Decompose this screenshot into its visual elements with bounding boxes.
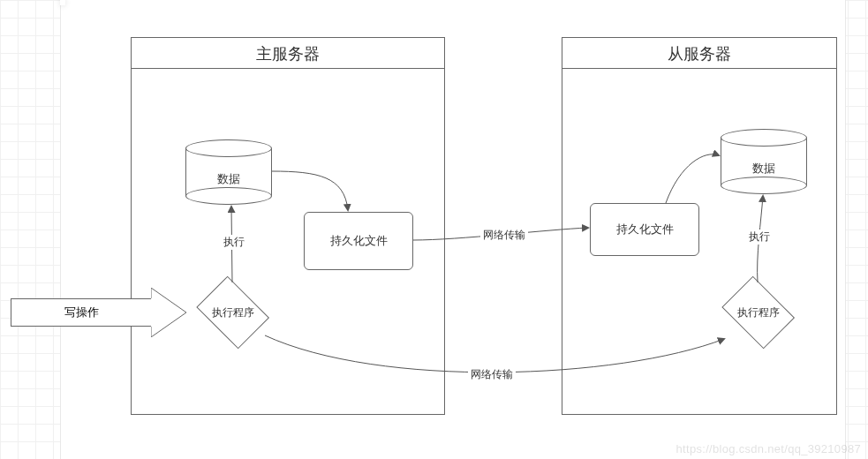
master-data-label: 数据 xyxy=(185,171,272,187)
slave-server-title: 从服务器 xyxy=(562,38,836,68)
master-persist-box: 持久化文件 xyxy=(304,212,413,270)
slave-persist-box: 持久化文件 xyxy=(590,203,699,256)
master-exec-diamond: 执行程序 xyxy=(191,281,275,344)
network-bottom-label: 网络传输 xyxy=(468,367,516,382)
master-exec-label: 执行程序 xyxy=(212,305,254,320)
svg-marker-0 xyxy=(151,288,186,337)
slave-exec-diamond: 执行程序 xyxy=(716,281,801,344)
diagram-canvas: 主服务器 从服务器 数据 持久化文件 执行程序 数据 持久化文件 执行程序 xyxy=(0,0,868,459)
write-op-arrow: 写操作 xyxy=(11,288,187,337)
slave-exec-label: 执行程序 xyxy=(737,305,780,320)
slave-data-label: 数据 xyxy=(721,161,807,177)
watermark: https://blog.csdn.net/qq_39210987 xyxy=(676,442,861,455)
network-top-label: 网络传输 xyxy=(480,228,528,243)
slave-data-cylinder: 数据 xyxy=(721,129,807,194)
write-op-label: 写操作 xyxy=(64,305,99,320)
master-persist-label: 持久化文件 xyxy=(330,233,388,249)
master-server-title: 主服务器 xyxy=(132,38,444,68)
svg-rect-1 xyxy=(151,298,152,327)
slave-server-divider xyxy=(562,68,836,69)
slave-persist-label: 持久化文件 xyxy=(616,222,674,237)
master-data-cylinder: 数据 xyxy=(185,139,272,205)
master-exec-edge-label: 执行 xyxy=(221,235,247,250)
slave-exec-edge-label: 执行 xyxy=(746,230,773,245)
page-corner xyxy=(60,0,65,5)
master-server-divider xyxy=(132,68,444,69)
